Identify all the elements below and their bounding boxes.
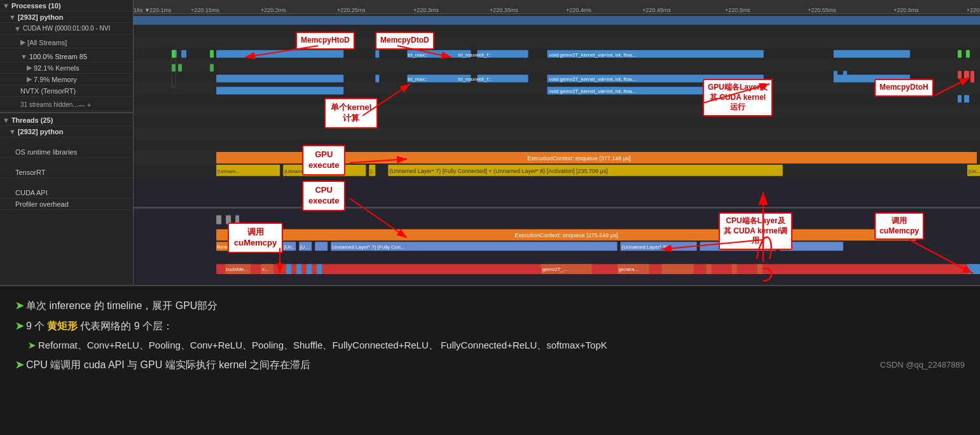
ruler-label-16s: 16s ▼ <box>134 7 150 13</box>
svg-text:[Un...: [Un... <box>284 244 296 250</box>
svg-rect-76 <box>286 264 291 274</box>
svg-rect-18 <box>216 50 343 58</box>
svg-text:trt_maxwell_f::: trt_maxwell_f:: <box>458 77 491 83</box>
svg-rect-86 <box>967 264 980 274</box>
svg-text:Unnamed Layer* 7) [Fully Con..: Unnamed Layer* 7) [Fully Con... <box>332 244 404 250</box>
ruler-label-22035: +220.35ms <box>490 7 518 13</box>
spacer6 <box>0 178 133 187</box>
arrow-prefix-2: ➤ <box>15 318 24 335</box>
text-content-2a: 9 个 <box>26 318 45 335</box>
svg-rect-92 <box>172 50 176 58</box>
svg-text:ExecutionContext::enqueue [377: ExecutionContext::enqueue [377.148 μs] <box>527 155 631 162</box>
ruler-label-22055: +220.55ms <box>808 7 836 13</box>
svg-rect-8 <box>134 105 980 116</box>
svg-text:[Unnam...: [Unnam... <box>217 169 240 174</box>
svg-rect-11 <box>134 139 980 151</box>
svg-rect-9 <box>134 116 980 128</box>
expand-icon: ▼ <box>3 2 10 10</box>
text-line-2: ➤ 9 个 黄矩形 代表网络的 9 个层： <box>15 318 965 335</box>
sidebar-item-nvtx[interactable]: NVTX (TensorRT) <box>0 85 133 97</box>
svg-rect-77 <box>296 264 301 274</box>
annotation-memcpy-dtoh: MemcpyDtoH <box>874 79 934 97</box>
arrow-prefix-4: ➤ <box>15 357 24 373</box>
spacer5 <box>0 158 133 167</box>
svg-rect-99 <box>970 71 974 79</box>
svg-rect-2 <box>134 37 980 48</box>
text-line-4: ➤ CPU 端调用 cuda API 与 GPU 端实际执行 kernel 之间… <box>15 357 310 373</box>
svg-rect-61 <box>315 242 328 251</box>
svg-text:trt_max::: trt_max:: <box>408 52 427 58</box>
sidebar-item-cuda-hw[interactable]: ▼ CUDA HW (0000:01:00.0 - NVI <box>0 23 133 34</box>
svg-text:[U...: [U... <box>300 244 309 250</box>
text-content-2b: 代表网络的 9 个层： <box>80 318 173 335</box>
sidebar-item-tensorrt[interactable]: TensorRT <box>0 167 133 178</box>
sidebar-item-cuda-api[interactable]: CUDA API <box>0 187 133 198</box>
sidebar-item-threads[interactable]: ▼ Threads (25) <box>0 114 133 126</box>
expand-icon-kernels: ▶ <box>27 64 32 72</box>
text-section: ➤ 单次 inference 的 timeline，展开 GPU部分 ➤ 9 个… <box>0 286 980 381</box>
annotation-gpu-execute: GPUexecute <box>302 145 345 176</box>
svg-text:trt_max::: trt_max:: <box>408 77 427 83</box>
svg-text:genera...: genera... <box>619 266 639 272</box>
sidebar-item-memory[interactable]: ▶ 7.9% Memory <box>0 74 133 85</box>
annotation-memcpy-dtod: MemcpyDtoD <box>375 32 434 50</box>
spacer4 <box>0 137 133 146</box>
timeline-main: 16s ▼ 220.1ms +220.15ms +220.2ms +220.25… <box>134 0 980 285</box>
svg-rect-73 <box>216 264 977 274</box>
sidebar-item-os-runtime[interactable]: OS runtime libraries <box>0 146 133 158</box>
sidebar-item-profiler-overhead[interactable]: Profiler overhead <box>0 198 133 210</box>
svg-rect-84 <box>732 264 737 274</box>
divider <box>0 112 133 113</box>
svg-text:gemv2T_...: gemv2T_... <box>542 266 567 272</box>
profiler-section: ▼ Processes (10) ▼ [2932] python ▼ CUDA … <box>0 0 980 286</box>
ruler-label-2206s: +220.6s <box>967 7 980 13</box>
sidebar-item-kernels[interactable]: ▶ 92.1% Kernels <box>0 62 133 74</box>
annotation-single-kernel: 单个kernel计算 <box>324 98 378 128</box>
svg-text:(Unnamed Layer* 7) [Fully Conn: (Unnamed Layer* 7) [Fully Connected] + (… <box>389 168 607 174</box>
text-line-3: ➤ Reformat、Conv+ReLU、Pooling、Conv+ReLU、P… <box>15 338 965 353</box>
annotation-call-cumemcpy: 调用cuMemcpy <box>228 223 283 253</box>
svg-text:[...]: [...] <box>370 169 377 174</box>
svg-rect-105 <box>216 216 221 224</box>
ruler-label-2206: +220.6ms <box>894 7 919 13</box>
svg-rect-102 <box>958 95 962 102</box>
expand-icon-threads: ▼ <box>3 116 10 124</box>
text-line-1: ➤ 单次 inference 的 timeline，展开 GPU部分 <box>15 298 965 314</box>
svg-rect-39 <box>216 86 343 94</box>
text-content-4: CPU 端调用 cuda API 与 GPU 端实际执行 kernel 之间存在… <box>26 357 310 373</box>
svg-text:void gemv2T_kernel_val<int, in: void gemv2T_kernel_val<int, int, floa... <box>549 52 636 58</box>
sidebar-item-python-process[interactable]: ▼ [2932] python <box>0 11 133 23</box>
text-content-3: Reformat、Conv+ReLU、Pooling、Conv+ReLU、Poo… <box>38 338 607 353</box>
svg-rect-15 <box>134 16 980 25</box>
svg-rect-19 <box>375 50 379 58</box>
sidebar-item-all-streams[interactable]: ▶ [All Streams] <box>0 37 133 48</box>
svg-rect-23 <box>834 50 910 58</box>
expand-icon-streams: ▶ <box>20 38 25 46</box>
sidebar-item-python-thread[interactable]: ▼ [2932] python <box>0 126 133 137</box>
expand-icon-memory: ▶ <box>27 75 32 83</box>
svg-rect-82 <box>662 264 694 274</box>
svg-rect-93 <box>210 50 214 58</box>
ruler-label-22045: +220.45ms <box>642 7 671 13</box>
csdn-watermark: CSDN @qq_22487889 <box>880 360 965 369</box>
svg-rect-17 <box>181 50 186 58</box>
arrow-prefix-1: ➤ <box>15 298 24 314</box>
svg-rect-98 <box>964 71 969 79</box>
sidebar-item-stream85[interactable]: ▼ 100.0% Stream 85 <box>0 51 133 62</box>
svg-rect-7 <box>134 93 980 105</box>
svg-rect-4 <box>134 60 980 71</box>
svg-rect-78 <box>307 264 312 274</box>
svg-rect-31 <box>375 75 379 83</box>
svg-text:trt_maxwell_f::: trt_maxwell_f:: <box>458 52 491 58</box>
svg-rect-100 <box>834 71 838 79</box>
annotation-cpu-layers: CPU端各Layer及其 CUDA kernel调用 <box>719 212 792 250</box>
annotation-memcpy-htod: MemcpyHtoD <box>296 32 355 50</box>
expand-icon-cuda: ▼ <box>14 25 21 32</box>
svg-text:void gemv2T_kernel_val<int, in: void gemv2T_kernel_val<int, int, floa... <box>549 88 636 94</box>
arrow-prefix-3: ➤ <box>28 338 36 352</box>
svg-rect-10 <box>134 128 980 139</box>
sidebar-item-processes[interactable]: ▼ Processes (10) <box>0 0 133 11</box>
sidebar-item-streams-hidden[interactable]: 31 streams hidden... — + <box>0 99 133 111</box>
svg-rect-101 <box>843 71 847 79</box>
svg-rect-30 <box>216 75 343 83</box>
